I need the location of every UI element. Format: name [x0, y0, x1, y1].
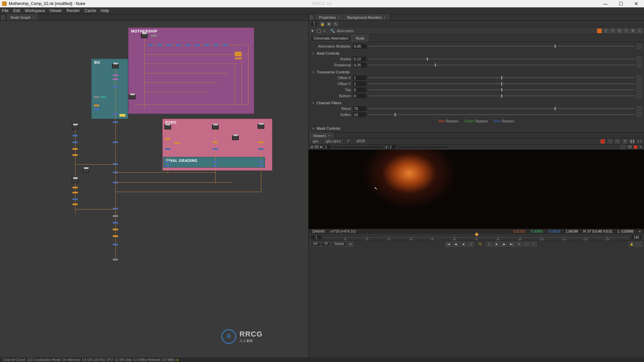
current-frame[interactable]: 71: [475, 242, 485, 246]
roi-icon[interactable]: ⬚: [621, 145, 626, 149]
multiplier-slider[interactable]: [368, 44, 635, 48]
pause-icon[interactable]: ❚❚: [630, 139, 635, 144]
panel-grip-icon[interactable]: [310, 15, 314, 20]
radial-input[interactable]: [353, 57, 366, 61]
offsety-input[interactable]: [353, 81, 366, 86]
revert-icon[interactable]: ⟳: [617, 28, 622, 33]
read-node[interactable]: [83, 168, 89, 173]
view-mode-select[interactable]: 2D: [628, 145, 632, 149]
pencil-icon[interactable]: ✎: [639, 145, 642, 149]
curve-icon[interactable]: ~: [637, 87, 642, 92]
read-node[interactable]: [212, 125, 219, 129]
prev-key-button[interactable]: ◀|: [453, 242, 459, 247]
node[interactable]: [204, 44, 209, 46]
bottom-input[interactable]: [353, 94, 366, 98]
node[interactable]: [72, 192, 78, 193]
read-node[interactable]: [129, 95, 136, 99]
scope-select[interactable]: Global: [332, 242, 346, 247]
tab-node-graph[interactable]: Node Graph ×: [7, 14, 38, 20]
menu-cache[interactable]: Cache: [85, 8, 96, 13]
max-panels-input[interactable]: [311, 22, 318, 26]
timeline-ruler[interactable]: 102030405060708090100110120130: [323, 235, 629, 240]
step-fwd-button[interactable]: ▶: [494, 242, 500, 247]
rotational-input[interactable]: [353, 63, 366, 67]
node[interactable]: [113, 259, 118, 260]
node-color-swatch[interactable]: [597, 28, 602, 33]
node[interactable]: [157, 44, 162, 46]
close-button[interactable]: ✕: [629, 0, 644, 7]
offsety-slider[interactable]: [368, 82, 635, 86]
node[interactable]: [72, 135, 78, 136]
curve-icon[interactable]: ~: [637, 106, 642, 111]
go-start-button[interactable]: |◀: [445, 242, 451, 247]
subtab-chromatic[interactable]: Chromatic Aberration: [310, 35, 352, 42]
panel-grip-icon[interactable]: [1, 15, 5, 20]
node[interactable]: [94, 105, 99, 106]
soften-slider[interactable]: [368, 113, 635, 117]
close-icon[interactable]: ×: [33, 16, 35, 19]
node[interactable]: [113, 74, 118, 76]
gear-icon[interactable]: ⚙: [623, 139, 627, 144]
green-bypass-checkbox[interactable]: Bypass: [476, 119, 488, 123]
group-transverse[interactable]: Transverse Controls: [312, 70, 642, 74]
center-node-icon[interactable]: ◯: [317, 28, 321, 33]
node[interactable]: [176, 44, 181, 46]
channel-select[interactable]: rgba: [311, 139, 321, 144]
red-bypass-checkbox[interactable]: Bypass: [446, 119, 458, 123]
node[interactable]: [113, 78, 118, 80]
chevron-down-icon[interactable]: ▾: [639, 230, 641, 233]
curve-icon[interactable]: ~: [637, 63, 642, 67]
node[interactable]: [195, 44, 200, 46]
node[interactable]: [165, 138, 170, 140]
node[interactable]: [119, 114, 125, 117]
offsetx-slider[interactable]: [368, 76, 635, 80]
list-icon[interactable]: ≡: [608, 139, 612, 144]
node[interactable]: [101, 96, 106, 98]
node[interactable]: [166, 44, 172, 46]
node[interactable]: [185, 44, 191, 46]
curve-icon[interactable]: ~: [637, 44, 642, 49]
go-end-button[interactable]: ▶|: [508, 242, 515, 247]
zoom-ratio[interactable]: 1:1: [637, 139, 642, 143]
play-button[interactable]: ▷: [486, 242, 492, 247]
soften-input[interactable]: [353, 112, 366, 117]
node[interactable]: [258, 165, 264, 167]
node[interactable]: [235, 52, 241, 56]
node[interactable]: [113, 222, 118, 224]
curve-icon[interactable]: ~: [637, 112, 642, 117]
node[interactable]: [113, 141, 118, 143]
lock-icon[interactable]: 🔒: [629, 242, 635, 247]
gain-slider[interactable]: [333, 146, 383, 148]
curve-icon[interactable]: ~: [637, 57, 642, 61]
alpha-select[interactable]: rgba.alpha: [323, 139, 342, 144]
offsetx-input[interactable]: [353, 75, 366, 80]
float-icon[interactable]: ⧉: [631, 28, 635, 33]
skip-fwd-button[interactable]: »: [531, 242, 537, 247]
group-mask[interactable]: Mask Controls: [312, 126, 642, 130]
timeline[interactable]: 102030405060708090100110120130: [309, 234, 644, 241]
read-node[interactable]: [258, 124, 264, 129]
menu-file[interactable]: File: [2, 8, 8, 13]
node[interactable]: [113, 86, 118, 88]
tf-select[interactable]: TF: [322, 242, 330, 247]
read-node[interactable]: [72, 125, 78, 129]
node[interactable]: [258, 141, 264, 143]
curve-icon[interactable]: ~: [637, 81, 642, 86]
bottom-slider[interactable]: [368, 94, 635, 98]
node[interactable]: [174, 142, 180, 144]
buffer-b-input[interactable]: [389, 145, 396, 149]
backdrop-mothership[interactable]: MOTHERSHIP: [128, 27, 254, 114]
node[interactable]: [113, 235, 118, 237]
undo-icon[interactable]: ↶: [604, 28, 608, 33]
node[interactable]: [258, 161, 264, 163]
minimize-button[interactable]: —: [598, 0, 613, 7]
node[interactable]: [72, 148, 78, 150]
settings-icon[interactable]: ⋯: [636, 242, 642, 247]
node[interactable]: [165, 165, 170, 167]
node[interactable]: [72, 198, 78, 200]
curve-icon[interactable]: ~: [637, 75, 642, 80]
maximize-button[interactable]: ☐: [613, 0, 629, 7]
node[interactable]: [213, 148, 218, 150]
tab-properties[interactable]: Properties×: [316, 14, 343, 20]
close-icon[interactable]: ×: [328, 134, 330, 137]
